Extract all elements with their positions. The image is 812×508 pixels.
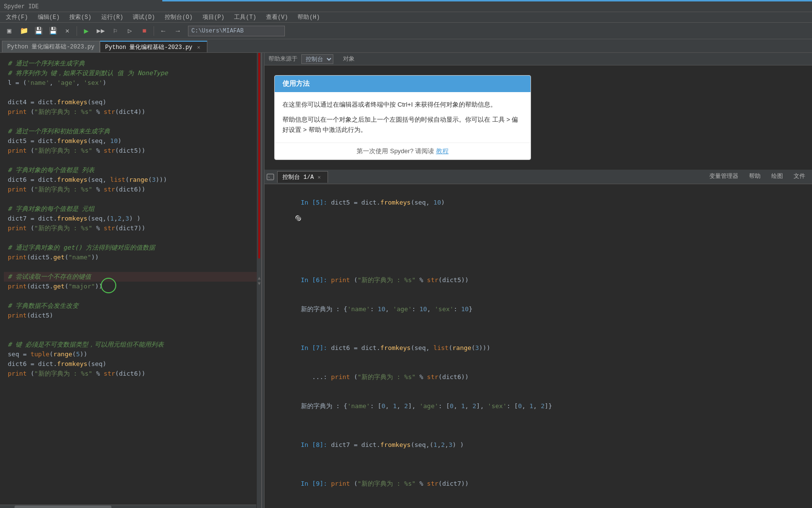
menu-file[interactable]: 文件(F) bbox=[4, 13, 30, 21]
help-footer-text: 第一次使用 Spyder? 请阅读 bbox=[357, 147, 434, 155]
console-output[interactable]: In [5]: dict5 = dict.fromkeys(seq, 10) ⊕… bbox=[265, 184, 812, 508]
code-line-26: print(dict5) bbox=[4, 311, 257, 320]
editor-hscrollbar[interactable] bbox=[0, 505, 256, 508]
toolbar-back[interactable]: ← bbox=[157, 25, 170, 37]
code-line-12: dict6 = dict.fromkeys(seq, list(range(3)… bbox=[4, 175, 257, 185]
toolbar-save[interactable]: 💾 bbox=[32, 25, 45, 37]
console-line-continuation7: ...: print ("新的字典为 : %s" % str(dict6)) bbox=[270, 363, 806, 392]
code-line-14 bbox=[4, 194, 257, 204]
console-line-out6: 新的字典为 : {'name': 10, 'age': 10, 'sex': 1… bbox=[270, 295, 806, 324]
toolbar-step[interactable]: ▷ bbox=[124, 25, 136, 37]
toolbar-open[interactable]: 📁 bbox=[17, 25, 30, 37]
code-line-21 bbox=[4, 262, 257, 272]
code-line-23: print(dict5.get("major")) bbox=[4, 282, 257, 291]
menu-project[interactable]: 项目(P) bbox=[201, 13, 227, 21]
file-tab-label-1: Python 量化编程基础-2023.py bbox=[105, 43, 192, 51]
menu-console[interactable]: 控制台(O) bbox=[163, 13, 195, 21]
console-line-in5: In [5]: dict5 = dict.fromkeys(seq, 10) ⊕ bbox=[270, 188, 806, 256]
console-tab-main[interactable]: 控制台 1/A ✕ bbox=[277, 171, 328, 183]
help-card-footer: 第一次使用 Spyder? 请阅读 教程 bbox=[275, 143, 531, 159]
editor-content[interactable]: # 通过一个序列来生成字典 # 将序列作为 键，如果不设置则默认 值 为 Non… bbox=[0, 53, 261, 508]
toolbar-stop[interactable]: ■ bbox=[138, 25, 151, 37]
console-line-out9: 新的字典为 : {'name': (1, 2, 3), 'age': (1, 2… bbox=[270, 498, 806, 508]
code-line-18 bbox=[4, 233, 257, 243]
toolbar-forward[interactable]: → bbox=[172, 25, 184, 37]
toolbar-run-cell[interactable]: ▶▶ bbox=[94, 25, 107, 37]
code-line-16: dict7 = dict.fromkeys(seq,(1,2,3) ) bbox=[4, 214, 257, 223]
window-title: Spyder IDE bbox=[4, 3, 39, 10]
help-footer-link[interactable]: 教程 bbox=[436, 147, 449, 155]
file-tab-0[interactable]: Python 量化编程基础-2023.py bbox=[2, 41, 100, 52]
menu-bar: 文件(F) 编辑(E) 搜索(S) 运行(R) 调试(D) 控制台(O) 项目(… bbox=[0, 12, 812, 23]
toolbar-debug[interactable]: ⚐ bbox=[109, 25, 122, 37]
console-line-in9: In [9]: print ("新的字典为 : %s" % str(dict7)… bbox=[270, 469, 806, 498]
editor-pane: # 通过一个序列来生成字典 # 将序列作为 键，如果不设置则默认 值 为 Non… bbox=[0, 53, 262, 508]
code-line-10 bbox=[4, 156, 257, 165]
menu-debug[interactable]: 调试(D) bbox=[131, 13, 157, 21]
code-line-7: # 通过一个序列和初始值来生成字典 bbox=[4, 127, 257, 136]
editor-hscrollbar-thumb[interactable] bbox=[15, 506, 111, 508]
code-line-3 bbox=[4, 88, 257, 97]
toolbar: ▣ 📁 💾 💾​ ✕ ▶ ▶▶ ⚐ ▷ ■ ← → C:\Users\MIAFA… bbox=[0, 23, 812, 39]
toolbar-sep-2 bbox=[154, 26, 154, 36]
file-tab-label-0: Python 量化编程基础-2023.py bbox=[7, 43, 94, 51]
console-tab-group-left: >_ 控制台 1/A ✕ bbox=[266, 171, 328, 183]
code-line-8: dict5 = dict.fromkeys(seq, 10) bbox=[4, 136, 257, 146]
code-line-13: print ("新的字典为 : %s" % str(dict6)) bbox=[4, 185, 257, 194]
file-tab-1[interactable]: Python 量化编程基础-2023.py ✕ bbox=[100, 41, 207, 52]
console-line-empty3 bbox=[270, 421, 806, 430]
console-line-empty2 bbox=[270, 324, 806, 333]
console-right-tabs: 变量管理器 帮助 绘图 文件 bbox=[704, 171, 810, 183]
file-tab-close-1[interactable]: ✕ bbox=[195, 44, 202, 50]
toolbar-close[interactable]: ✕ bbox=[61, 25, 74, 37]
code-line-28 bbox=[4, 330, 257, 340]
console-line-in6: In [6]: print ("新的字典为 : %s" % str(dict5)… bbox=[270, 266, 806, 295]
help-source-select[interactable]: 控制台 编辑器 bbox=[301, 54, 333, 64]
menu-help[interactable]: 帮助(H) bbox=[296, 13, 322, 21]
console-rtab-varmanager[interactable]: 变量管理器 bbox=[704, 171, 743, 183]
menu-search[interactable]: 搜索(S) bbox=[67, 13, 94, 21]
console-tab-close[interactable]: ✕ bbox=[316, 174, 323, 180]
code-line-5: print ("新的字典为 : %s" % str(dict4)) bbox=[4, 107, 257, 117]
console-line-in8: In [8]: dict7 = dict.fromkeys(seq,(1,2,3… bbox=[270, 430, 806, 460]
toolbar-save-all[interactable]: 💾​ bbox=[47, 25, 59, 37]
move-cursor-icon: ⊕ bbox=[301, 217, 339, 246]
menu-run[interactable]: 运行(R) bbox=[99, 13, 125, 21]
code-line-20: print(dict5.get("name")) bbox=[4, 253, 257, 262]
help-card-header: 使用方法 bbox=[275, 76, 531, 92]
menu-edit[interactable]: 编辑(E) bbox=[36, 13, 62, 21]
path-display: C:\Users\MIAFAB bbox=[188, 26, 285, 36]
code-line-0: # 通过一个序列来生成字典 bbox=[4, 59, 257, 68]
menu-tools[interactable]: 工具(T) bbox=[232, 13, 258, 21]
console-line-empty1 bbox=[270, 256, 806, 266]
console-line-out7: 新的字典为 : {'name': [0, 1, 2], 'age': [0, 1… bbox=[270, 392, 806, 421]
help-body-line1: 在这里你可以通过在编辑器或者终端中按 Ctrl+I 来获得任何对象的帮助信息。 bbox=[282, 100, 523, 110]
console-rtab-files[interactable]: 文件 bbox=[789, 171, 810, 183]
code-line-17: print ("新的字典为 : %s" % str(dict7)) bbox=[4, 223, 257, 233]
code-line-32: print ("新的字典为 : %s" % str(dict6)) bbox=[4, 369, 257, 379]
code-line-19: # 通过字典对象的 get() 方法得到键对应的值数据 bbox=[4, 243, 257, 253]
console-rtab-help[interactable]: 帮助 bbox=[744, 171, 765, 183]
editor-progress-indicator bbox=[258, 53, 260, 258]
title-bar: Spyder IDE bbox=[0, 1, 812, 12]
file-tabs-bar: Python 量化编程基础-2023.py Python 量化编程基础-2023… bbox=[0, 39, 812, 53]
toolbar-new[interactable]: ▣ bbox=[3, 25, 16, 37]
toolbar-sep-1 bbox=[77, 26, 77, 36]
code-line-15: # 字典对象的每个值都是 元组 bbox=[4, 204, 257, 214]
right-panel: 帮助来源于 控制台 编辑器 对象 使用方法 在这里你可以通过在编辑器或者终端中按… bbox=[265, 53, 812, 508]
code-line-29: # 键 必须是不可变数据类型，可以用元组但不能用列表 bbox=[4, 340, 257, 349]
code-line-27 bbox=[4, 320, 257, 330]
object-label: 对象 bbox=[343, 55, 355, 63]
code-line-11: # 字典对象的每个值都是 列表 bbox=[4, 165, 257, 175]
menu-view[interactable]: 查看(V) bbox=[264, 13, 290, 21]
help-source-label: 帮助来源于 bbox=[268, 55, 297, 63]
toolbar-run[interactable]: ▶ bbox=[80, 25, 93, 37]
right-top-bar: 帮助来源于 控制台 编辑器 对象 bbox=[265, 53, 812, 65]
code-line-31: dict6 = dict.fromkeys(seq) bbox=[4, 359, 257, 369]
help-body-line2: 帮助信息可以在一个对象之后加上一个左圆括号的时候自动显示。你可以在 工具 > 偏… bbox=[282, 115, 523, 135]
main-layout: # 通过一个序列来生成字典 # 将序列作为 键，如果不设置则默认 值 为 Non… bbox=[0, 53, 812, 508]
code-line-22: # 尝试读取一个不存在的键值 bbox=[4, 272, 257, 282]
code-line-24 bbox=[4, 291, 257, 301]
help-section: 使用方法 在这里你可以通过在编辑器或者终端中按 Ctrl+I 来获得任何对象的帮… bbox=[265, 65, 812, 170]
console-rtab-plots[interactable]: 绘图 bbox=[766, 171, 788, 183]
